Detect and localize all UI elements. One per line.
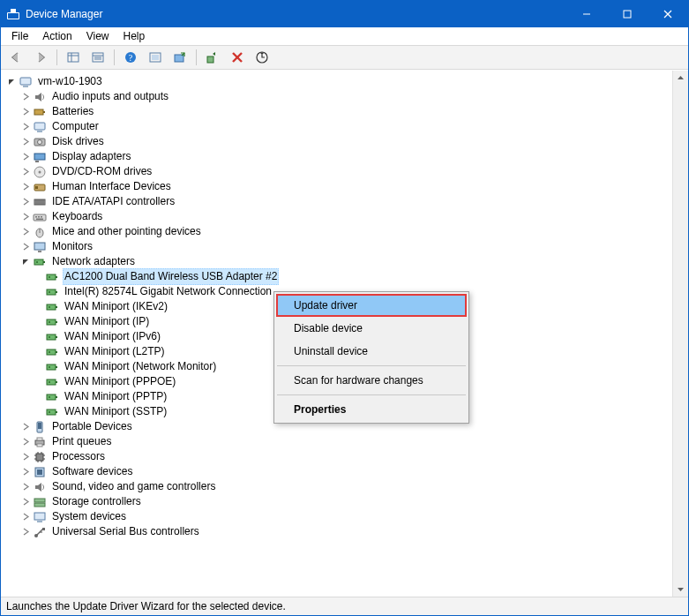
minimize-button[interactable] [566,1,607,27]
chevron-right-icon[interactable] [20,437,31,447]
category-keyboards[interactable]: Keyboards [6,209,688,224]
category-software-devices[interactable]: Software devices [6,464,688,479]
chevron-right-icon[interactable] [20,152,31,162]
context-menu-uninstall-device[interactable]: Uninstall device [276,340,467,363]
category-dvd[interactable]: DVD/CD-ROM drives [6,164,688,179]
context-menu-disable-device[interactable]: Disable device [276,317,467,340]
category-audio[interactable]: Audio inputs and outputs [6,89,688,104]
toolbar-scan-hardware-button[interactable] [251,47,273,68]
menu-help[interactable]: Help [116,28,153,44]
svg-point-76 [49,381,50,383]
category-label: DVD/CD-ROM drives [50,164,154,179]
chevron-right-icon[interactable] [20,482,31,492]
svg-rect-7 [68,53,79,62]
menu-file[interactable]: File [4,28,35,44]
toolbar-forward-button[interactable] [29,47,52,68]
svg-rect-63 [56,321,57,323]
toolbar-scan-button[interactable] [144,47,167,68]
category-system-devices[interactable]: System devices [6,509,688,524]
chevron-right-icon[interactable] [20,467,31,477]
chevron-right-icon[interactable] [20,227,31,237]
svg-rect-19 [207,56,213,63]
category-display-adapters[interactable]: Display adapters [6,149,688,164]
toolbar-update-driver-button[interactable] [169,47,191,68]
chevron-right-icon[interactable] [20,122,31,132]
chevron-right-icon[interactable] [20,242,31,252]
svg-rect-25 [34,109,43,115]
chevron-right-icon[interactable] [20,527,31,537]
computer-icon [33,120,47,134]
tree-root-label: vm-w10-1903 [36,74,104,89]
category-mice[interactable]: Mice and other pointing devices [6,224,688,239]
device-ac1200[interactable]: AC1200 Dual Band Wireless USB Adapter #2 [6,269,688,284]
status-text: Launches the Update Driver Wizard for th… [6,600,286,612]
network-adapter-icon [45,285,59,299]
chevron-right-icon[interactable] [20,422,31,432]
device-label: WAN Miniport (IPv6) [63,329,162,344]
network-adapter-icon [33,255,47,269]
menu-action[interactable]: Action [35,28,79,44]
toolbar-uninstall-button[interactable] [226,47,249,68]
device-label: Intel(R) 82574L Gigabit Network Connecti… [63,284,273,299]
svg-rect-104 [42,528,45,530]
vertical-scrollbar[interactable] [672,71,688,597]
svg-rect-57 [56,291,57,293]
category-network-adapters[interactable]: Network adapters [6,254,688,269]
chevron-right-icon[interactable] [20,92,31,102]
svg-rect-26 [43,111,45,113]
context-menu-item-label: Disable device [294,322,363,334]
menu-view[interactable]: View [79,28,116,44]
toolbar: ? [1,46,688,70]
maximize-button[interactable] [607,1,648,27]
network-adapter-icon [45,375,59,389]
tree-root-row[interactable]: vm-w10-1903 [6,74,688,89]
svg-rect-86 [37,438,42,440]
category-label: Computer [50,119,101,134]
network-adapter-icon [45,360,59,374]
category-disk-drives[interactable]: Disk drives [6,134,688,149]
chevron-down-icon[interactable] [6,77,17,87]
context-menu-item-label: Uninstall device [294,345,368,357]
chevron-right-icon[interactable] [20,107,31,117]
chevron-right-icon[interactable] [20,197,31,207]
category-storage-controllers[interactable]: Storage controllers [6,494,688,509]
toolbar-enable-button[interactable] [201,47,224,68]
toolbar-properties-button[interactable] [86,47,109,68]
chevron-right-icon[interactable] [20,452,31,462]
chevron-right-icon[interactable] [20,497,31,507]
category-monitors[interactable]: Monitors [6,239,688,254]
svg-rect-42 [35,216,37,218]
scrollbar-up-arrow-icon[interactable] [673,71,688,86]
toolbar-show-hide-tree-button[interactable] [62,47,85,68]
chevron-right-icon[interactable] [20,167,31,177]
context-menu-update-driver[interactable]: Update driver [276,294,467,317]
chevron-down-icon[interactable] [20,257,31,267]
svg-rect-81 [56,411,57,413]
svg-rect-74 [47,379,56,385]
close-button[interactable] [648,1,688,27]
category-hid[interactable]: Human Interface Devices [6,179,688,194]
processor-icon [33,450,47,464]
toolbar-back-button[interactable] [4,47,27,68]
chevron-right-icon[interactable] [20,212,31,222]
svg-rect-98 [37,470,42,475]
context-menu-scan-hardware[interactable]: Scan for hardware changes [276,369,467,392]
category-ide[interactable]: IDE ATA/ATAPI controllers [6,194,688,209]
context-menu-properties[interactable]: Properties [276,398,467,421]
chevron-right-icon[interactable] [20,182,31,192]
printer-icon [33,435,47,449]
category-print-queues[interactable]: Print queues [6,434,688,449]
category-processors[interactable]: Processors [6,449,688,464]
svg-rect-51 [43,261,45,263]
chevron-right-icon[interactable] [20,137,31,147]
display-adapter-icon [33,150,47,164]
scrollbar-down-arrow-icon[interactable] [673,582,688,597]
category-computer[interactable]: Computer [6,119,688,134]
svg-rect-50 [34,259,43,265]
software-device-icon [33,465,47,479]
category-batteries[interactable]: Batteries [6,104,688,119]
category-usb-controllers[interactable]: Universal Serial Bus controllers [6,524,688,539]
chevron-right-icon[interactable] [20,512,31,522]
toolbar-help-button[interactable]: ? [119,47,142,68]
category-sound[interactable]: Sound, video and game controllers [6,479,688,494]
